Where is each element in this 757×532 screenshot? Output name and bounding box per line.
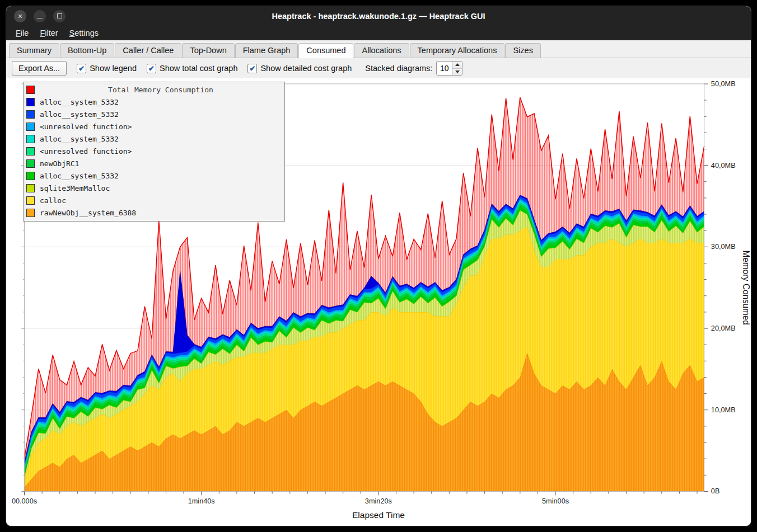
svg-text:10,0MB: 10,0MB [711, 406, 736, 414]
legend-row: rawNewObj__system_6388 [26, 206, 282, 219]
legend-row: <unresolved function> [26, 145, 282, 157]
checkbox-label: Show legend [90, 64, 137, 73]
legend-series-label: <unresolved function> [40, 147, 132, 156]
chart-area: 00.000s1min40s3min20s5min00s0B10,0MB20,0… [6, 78, 751, 526]
legend-row: alloc__system_5332 [26, 133, 282, 145]
y-axis-title: Memory Consumed [741, 250, 750, 324]
close-icon: × [18, 12, 22, 20]
tab-summary[interactable]: Summary [9, 43, 59, 58]
tab-top-down[interactable]: Top-Down [182, 43, 234, 58]
legend-color-swatch [26, 135, 35, 143]
toolbar: Export As... ✔Show legend✔Show total cos… [6, 58, 751, 78]
tab-caller-callee[interactable]: Caller / Callee [115, 43, 181, 58]
legend-color-swatch [26, 209, 35, 217]
tab-flame-graph[interactable]: Flame Graph [235, 43, 298, 58]
legend-title-row: Total Memory Consumption [26, 83, 282, 96]
window-controls: × [14, 6, 66, 26]
menu-bar: FileFilterSettings [6, 26, 751, 40]
stacked-diagrams-value: 10 [437, 62, 452, 75]
legend-row: newObjRC1 [26, 157, 282, 170]
legend-title: Total Memory Consumption [40, 86, 282, 94]
legend-row: calloc [26, 194, 282, 206]
spin-up-icon [455, 63, 460, 66]
legend-series-label: alloc__system_5332 [40, 172, 119, 180]
legend-total-swatch [26, 86, 35, 94]
checkbox-show-legend[interactable]: ✔Show legend [77, 64, 137, 73]
legend-series-label: calloc [40, 196, 66, 205]
menu-filter[interactable]: Filter [35, 27, 63, 39]
maximize-icon [57, 13, 62, 18]
spin-down-button[interactable] [452, 69, 462, 76]
stacked-diagrams-label: Stacked diagrams: [365, 64, 432, 73]
svg-text:50,0MB: 50,0MB [711, 80, 736, 88]
checkbox-group: ✔Show legend✔Show total cost graph✔Show … [77, 64, 352, 73]
export-as-button[interactable]: Export As... [12, 61, 67, 76]
legend-color-swatch [26, 123, 35, 131]
spinner-buttons [452, 62, 462, 75]
tab-temporary-allocations[interactable]: Temporary Allocations [410, 43, 505, 58]
tab-sizes[interactable]: Sizes [505, 43, 540, 58]
legend-series-label: alloc__system_5332 [40, 135, 119, 143]
spin-up-button[interactable] [452, 62, 462, 69]
svg-text:20,0MB: 20,0MB [711, 324, 736, 332]
svg-text:0B: 0B [711, 488, 720, 496]
legend-color-swatch [26, 172, 35, 180]
legend-series-label: <unresolved function> [40, 123, 132, 131]
legend-series-label: sqlite3MemMalloc [40, 184, 110, 192]
checkbox-check-icon: ✔ [77, 64, 86, 73]
minimize-icon [37, 17, 43, 18]
close-button[interactable]: × [14, 10, 26, 22]
legend-color-swatch [26, 110, 35, 119]
svg-text:40,0MB: 40,0MB [711, 162, 736, 170]
svg-text:1min40s: 1min40s [188, 497, 215, 505]
checkbox-check-icon: ✔ [247, 64, 257, 73]
legend-series-label: alloc__system_5332 [40, 110, 119, 119]
legend-row: <unresolved function> [26, 120, 282, 133]
checkbox-label: Show total cost graph [160, 64, 237, 73]
tab-bottom-up[interactable]: Bottom-Up [60, 43, 114, 58]
legend-row: alloc__system_5332 [26, 96, 282, 108]
legend-color-swatch [26, 196, 35, 205]
legend-series-label: rawNewObj__system_6388 [40, 209, 136, 217]
svg-text:30,0MB: 30,0MB [711, 243, 736, 251]
checkbox-check-icon: ✔ [147, 64, 156, 73]
x-axis-title: Elapsed Time [7, 510, 750, 526]
legend-series-label: alloc__system_5332 [40, 98, 119, 106]
checkbox-show-detailed-cost-graph[interactable]: ✔Show detailed cost graph [247, 64, 352, 73]
stacked-diagrams-spinbox[interactable]: 10 [436, 61, 462, 76]
legend-row: alloc__system_5332 [26, 170, 282, 182]
spin-down-icon [455, 70, 460, 73]
menu-settings[interactable]: Settings [64, 27, 104, 39]
window-title: Heaptrack - heaptrack.wakunode.1.gz — He… [6, 12, 751, 21]
svg-text:00.000s: 00.000s [12, 497, 37, 505]
legend-series-label: newObjRC1 [40, 159, 79, 168]
maximize-button[interactable] [53, 10, 66, 22]
app-window: × Heaptrack - heaptrack.wakunode.1.gz — … [6, 6, 751, 526]
checkbox-label: Show detailed cost graph [260, 64, 352, 73]
tab-bar: SummaryBottom-UpCaller / CalleeTop-DownF… [6, 40, 751, 58]
legend-row: sqlite3MemMalloc [26, 182, 282, 194]
tab-consumed[interactable]: Consumed [298, 43, 353, 58]
chart-legend: Total Memory Consumptionalloc__system_53… [23, 82, 285, 222]
minimize-button[interactable] [34, 10, 46, 22]
svg-text:5min00s: 5min00s [542, 497, 569, 505]
checkbox-show-total-cost-graph[interactable]: ✔Show total cost graph [147, 64, 237, 73]
svg-text:3min20s: 3min20s [365, 497, 392, 505]
stacked-diagrams-group: Stacked diagrams: 10 [365, 61, 462, 76]
legend-color-swatch [26, 98, 35, 106]
tab-allocations[interactable]: Allocations [354, 43, 409, 58]
titlebar: × Heaptrack - heaptrack.wakunode.1.gz — … [6, 6, 751, 26]
legend-color-swatch [26, 147, 35, 156]
legend-row: alloc__system_5332 [26, 108, 282, 120]
legend-color-swatch [26, 184, 35, 192]
menu-file[interactable]: File [11, 27, 34, 39]
legend-color-swatch [26, 159, 35, 168]
